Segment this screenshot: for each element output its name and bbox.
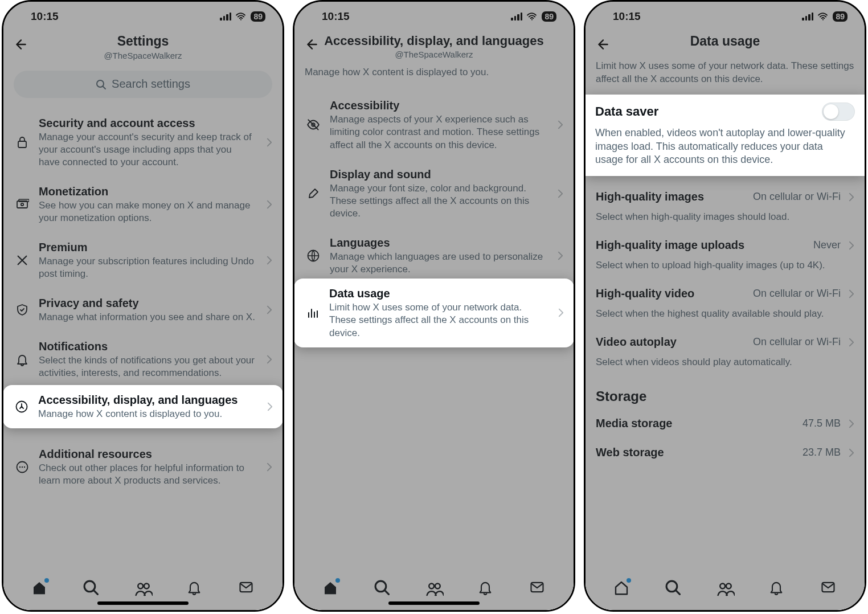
item-accessibility[interactable]: Accessibility Manage aspects of your X e… xyxy=(294,91,574,159)
tab-communities[interactable] xyxy=(425,579,443,596)
chevron-right-icon xyxy=(849,193,857,202)
item-languages[interactable]: Languages Manage which languages are use… xyxy=(294,228,574,284)
row-hq-images[interactable]: High-quality images On cellular or Wi-Fi xyxy=(586,182,865,211)
item-sub: Manage what information you see and shar… xyxy=(39,311,259,324)
chevron-right-icon xyxy=(267,355,275,364)
item-data-usage-highlight: Data usage Limit how X uses some of your… xyxy=(294,279,574,347)
data-saver-sub: When enabled, videos won't autoplay and … xyxy=(595,126,855,166)
settings-item-security[interactable]: Security and account access Manage your … xyxy=(3,108,282,177)
battery-badge: 89 xyxy=(833,11,847,22)
chevron-right-icon xyxy=(267,402,275,411)
settings-item-premium[interactable]: Premium Manage your subscription feature… xyxy=(3,232,282,288)
page-description: Manage how X content is displayed to you… xyxy=(294,64,574,91)
item-title: Data usage xyxy=(329,286,550,300)
row-helper: Select when videos should play automatic… xyxy=(586,357,865,376)
row-label: Video autoplay xyxy=(596,335,677,349)
tab-messages[interactable] xyxy=(529,579,546,596)
tab-communities[interactable] xyxy=(716,579,734,596)
row-value: On cellular or Wi-Fi xyxy=(753,191,841,203)
item-sub: Manage your subscription features includ… xyxy=(39,255,259,280)
chevron-right-icon xyxy=(267,200,275,209)
item-sub: See how you can make money on X and mana… xyxy=(39,199,259,224)
tab-notifications[interactable] xyxy=(768,579,785,596)
data-saver-toggle[interactable] xyxy=(822,103,855,121)
row-media-storage[interactable]: Media storage 47.5 MB xyxy=(586,409,865,438)
settings-screen: 10:15 89 Settings @TheSpaceWalkerz Searc… xyxy=(2,0,284,612)
row-web-storage[interactable]: Web storage 23.7 MB xyxy=(586,438,865,467)
battery-badge: 89 xyxy=(251,11,265,22)
row-hq-video[interactable]: High-quality video On cellular or Wi-Fi xyxy=(586,279,865,308)
settings-item-accessibility[interactable]: Accessibility, display, and languages Ma… xyxy=(3,385,283,428)
tab-home[interactable] xyxy=(613,579,630,596)
row-autoplay[interactable]: Video autoplay On cellular or Wi-Fi xyxy=(586,328,865,357)
chevron-right-icon xyxy=(849,241,857,250)
cellular-icon xyxy=(511,13,522,21)
status-bar: 10:15 89 xyxy=(294,2,574,31)
chevron-right-icon xyxy=(558,251,566,260)
row-label: Web storage xyxy=(596,446,664,459)
x-logo-icon xyxy=(14,252,31,269)
settings-item-notifications[interactable]: Notifications Select the kinds of notifi… xyxy=(3,331,282,387)
item-sub: Limit how X uses some of your network da… xyxy=(329,301,550,339)
settings-item-additional[interactable]: Additional resources Check out other pla… xyxy=(3,439,282,495)
settings-item-monetization[interactable]: Monetization See how you can make money … xyxy=(3,177,282,232)
row-value: Never xyxy=(813,239,841,251)
tab-notifications[interactable] xyxy=(186,579,203,596)
chevron-right-icon xyxy=(558,308,566,317)
tab-notifications[interactable] xyxy=(477,579,494,596)
eye-off-icon xyxy=(305,116,322,133)
page-header: Accessibility, display, and languages @T… xyxy=(294,31,574,64)
tab-communities[interactable] xyxy=(134,579,152,596)
back-button[interactable] xyxy=(302,35,322,54)
page-title: Settings xyxy=(11,34,275,50)
row-label: High-quality video xyxy=(596,287,694,300)
status-time: 10:15 xyxy=(31,10,59,23)
item-sub: Manage your font size, color and backgro… xyxy=(330,182,550,220)
tab-search[interactable] xyxy=(374,579,391,596)
wifi-icon xyxy=(527,13,537,21)
tab-search[interactable] xyxy=(665,579,682,596)
item-title: Privacy and safety xyxy=(39,296,259,310)
item-title: Accessibility xyxy=(330,99,550,112)
row-label: High-quality images xyxy=(596,190,704,203)
chevron-right-icon xyxy=(267,462,275,472)
item-sub: Manage aspects of your X experience such… xyxy=(330,113,550,151)
chevron-right-icon xyxy=(849,419,857,428)
tab-home[interactable] xyxy=(322,579,339,596)
battery-badge: 89 xyxy=(542,11,556,22)
item-title: Monetization xyxy=(39,185,259,198)
status-time: 10:15 xyxy=(613,10,641,23)
item-data-usage[interactable]: Data usage Limit how X uses some of your… xyxy=(294,279,574,347)
settings-item-privacy[interactable]: Privacy and safety Manage what informati… xyxy=(3,288,282,331)
item-display[interactable]: Display and sound Manage your font size,… xyxy=(294,159,574,228)
tab-search[interactable] xyxy=(83,579,100,596)
chevron-right-icon xyxy=(849,289,857,298)
settings-list: Accessibility Manage aspects of your X e… xyxy=(294,91,574,284)
item-title: Accessibility, display, and languages xyxy=(38,393,259,407)
money-icon xyxy=(14,196,31,213)
home-indicator xyxy=(97,601,189,605)
row-hq-uploads[interactable]: High-quality image uploads Never xyxy=(586,231,865,260)
row-label: High-quality image uploads xyxy=(596,239,744,252)
status-time: 10:15 xyxy=(322,10,350,23)
row-helper: Select when high-quality images should l… xyxy=(586,211,865,231)
search-input[interactable]: Search settings xyxy=(14,71,272,98)
status-bar: 10:15 89 xyxy=(3,2,282,31)
row-label: Media storage xyxy=(596,417,672,430)
chevron-right-icon xyxy=(849,448,857,457)
status-bar: 10:15 89 xyxy=(586,2,865,31)
accessibility-screen: 10:15 89 Accessibility, display, and lan… xyxy=(293,0,575,612)
page-title: Data usage xyxy=(593,34,857,50)
back-button[interactable] xyxy=(593,35,613,54)
chevron-right-icon xyxy=(267,305,275,314)
tab-messages[interactable] xyxy=(238,579,255,596)
cellular-icon xyxy=(802,13,813,21)
notification-dot-icon xyxy=(335,578,340,583)
row-value: On cellular or Wi-Fi xyxy=(753,288,841,300)
storage-header: Storage xyxy=(586,376,865,409)
back-button[interactable] xyxy=(11,35,31,54)
tab-home[interactable] xyxy=(31,579,48,596)
row-value: On cellular or Wi-Fi xyxy=(753,336,841,348)
tab-messages[interactable] xyxy=(820,579,837,596)
item-title: Languages xyxy=(330,236,550,249)
